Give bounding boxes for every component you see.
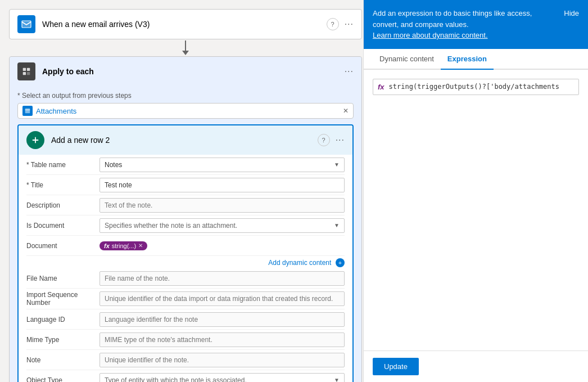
svg-rect-6 xyxy=(25,109,30,114)
fx-icon: fx xyxy=(104,242,110,249)
is-document-chevron-icon: ▼ xyxy=(334,222,340,228)
file-name-input[interactable] xyxy=(99,271,345,286)
attachments-tag-close[interactable]: ✕ xyxy=(343,107,349,115)
import-seq-input[interactable] xyxy=(99,291,345,306)
apply-each-body: * Select an output from previous steps A… xyxy=(10,86,361,382)
is-document-row: Is Document Specifies whether the note i… xyxy=(26,215,345,236)
row-card: Add a new row 2 ? ··· * Table name xyxy=(17,124,354,382)
apply-each-actions: ··· xyxy=(345,66,354,77)
title-field xyxy=(99,178,345,192)
language-id-row: Language ID xyxy=(26,309,345,330)
add-dynamic-btn[interactable]: + xyxy=(336,258,345,267)
expression-input-row: fx xyxy=(373,79,579,95)
apply-each-header: Apply to each ··· xyxy=(10,57,361,86)
apply-each-title: Apply to each xyxy=(42,67,345,76)
document-fx-tag-text: string(...) xyxy=(112,242,136,249)
panel-info-banner: Add an expression to do basic things lik… xyxy=(364,0,588,49)
apply-each-icon xyxy=(17,62,35,80)
document-fx-tag-close[interactable]: ✕ xyxy=(138,242,143,249)
mime-type-row: Mime Type xyxy=(26,330,345,350)
panel-info-text: Add an expression to do basic things lik… xyxy=(373,8,557,41)
panel-update-btn-row: Update xyxy=(364,350,588,382)
panel-expression-area: fx xyxy=(364,70,588,351)
note-row: Note xyxy=(26,350,345,370)
row-card-header: Add a new row 2 ? ··· xyxy=(19,125,352,155)
trigger-dots-btn[interactable]: ··· xyxy=(345,19,354,29)
note-input[interactable] xyxy=(99,353,345,367)
panel-hide-btn[interactable]: Hide xyxy=(564,8,579,19)
table-name-select[interactable]: Notes ▼ xyxy=(99,158,345,172)
apply-each-container: Apply to each ··· * Select an output fro… xyxy=(9,56,362,382)
fx-expression-icon: fx xyxy=(378,83,385,91)
apply-each-dots-btn[interactable]: ··· xyxy=(345,66,354,77)
email-trigger-icon xyxy=(17,15,35,33)
object-type-label: Object Type xyxy=(26,376,99,383)
object-type-field: Type of entity with which the note is as… xyxy=(99,373,345,383)
trigger-title: When a new email arrives (V3) xyxy=(42,20,327,29)
main-canvas: When a new email arrives (V3) ? ··· xyxy=(0,0,371,382)
title-row: * Title xyxy=(26,175,345,195)
mime-type-field xyxy=(99,332,345,347)
description-field xyxy=(99,198,345,213)
svg-rect-0 xyxy=(22,21,31,28)
object-type-row: Object Type Type of entity with which th… xyxy=(26,370,345,382)
row-card-actions: ? ··· xyxy=(318,134,345,146)
file-name-row: File Name xyxy=(26,268,345,289)
tab-expression[interactable]: Expression xyxy=(441,49,494,70)
row-card-icon xyxy=(26,131,44,149)
connector-line xyxy=(185,41,186,51)
table-name-row: * Table name Notes ▼ xyxy=(26,155,345,175)
document-fx-tag[interactable]: fx string(...) ✕ xyxy=(99,241,147,250)
expression-input[interactable] xyxy=(389,83,574,91)
row-card-help-btn[interactable]: ? xyxy=(318,134,330,146)
is-document-field: Specifies whether the note is an attachm… xyxy=(99,218,345,233)
title-label: * Title xyxy=(26,181,99,189)
description-input[interactable] xyxy=(99,198,345,213)
trigger-help-btn[interactable]: ? xyxy=(327,18,339,30)
right-panel: Add an expression to do basic things lik… xyxy=(363,0,588,382)
arrow-1 xyxy=(182,41,189,55)
file-name-field xyxy=(99,271,345,286)
panel-learn-more-link[interactable]: Learn more about dynamic content. xyxy=(373,31,488,39)
language-id-field xyxy=(99,312,345,327)
table-name-label: * Table name xyxy=(26,161,99,169)
import-seq-row: Import Sequence Number xyxy=(26,289,345,309)
document-label: Document xyxy=(26,242,99,250)
connector-1 xyxy=(9,39,362,56)
update-button[interactable]: Update xyxy=(373,358,419,375)
panel-tabs: Dynamic content Expression xyxy=(364,49,588,70)
description-label: Description xyxy=(26,201,99,209)
trigger-actions: ? ··· xyxy=(327,18,354,30)
description-row: Description xyxy=(26,195,345,215)
document-tag-field[interactable]: fx string(...) ✕ xyxy=(99,241,345,250)
select-output-label: * Select an output from previous steps xyxy=(17,92,354,100)
language-id-label: Language ID xyxy=(26,316,99,323)
add-dynamic-content-row: Add dynamic content + xyxy=(26,256,345,268)
attachments-tag[interactable]: Attachments ✕ xyxy=(17,103,354,119)
add-dynamic-content-link[interactable]: Add dynamic content xyxy=(268,259,331,267)
language-id-input[interactable] xyxy=(99,312,345,327)
trigger-card: When a new email arrives (V3) ? ··· xyxy=(9,9,362,39)
svg-rect-3 xyxy=(27,68,30,71)
row-card-dots-btn[interactable]: ··· xyxy=(336,135,345,145)
mime-type-label: Mime Type xyxy=(26,336,99,344)
document-row: Document fx string(...) ✕ xyxy=(26,236,345,256)
svg-rect-2 xyxy=(23,68,26,71)
title-input[interactable] xyxy=(99,178,345,192)
note-label: Note xyxy=(26,356,99,364)
panel-banner-text: Add an expression to do basic things lik… xyxy=(373,9,532,29)
row-card-title: Add a new row 2 xyxy=(51,136,318,145)
mime-type-input[interactable] xyxy=(99,332,345,347)
object-type-select[interactable]: Type of entity with which the note is as… xyxy=(99,373,345,383)
table-name-chevron-icon: ▼ xyxy=(334,161,340,168)
row-card-body: * Table name Notes ▼ * Title xyxy=(19,155,352,382)
attachments-tag-text: Attachments xyxy=(36,107,340,115)
svg-rect-4 xyxy=(23,72,26,75)
is-document-select[interactable]: Specifies whether the note is an attachm… xyxy=(99,218,345,233)
object-type-chevron-icon: ▼ xyxy=(334,377,340,382)
import-seq-field xyxy=(99,291,345,306)
tab-dynamic-content[interactable]: Dynamic content xyxy=(373,49,441,70)
attachments-tag-icon xyxy=(22,106,33,116)
import-seq-label: Import Sequence Number xyxy=(26,291,99,307)
is-document-label: Is Document xyxy=(26,222,99,230)
